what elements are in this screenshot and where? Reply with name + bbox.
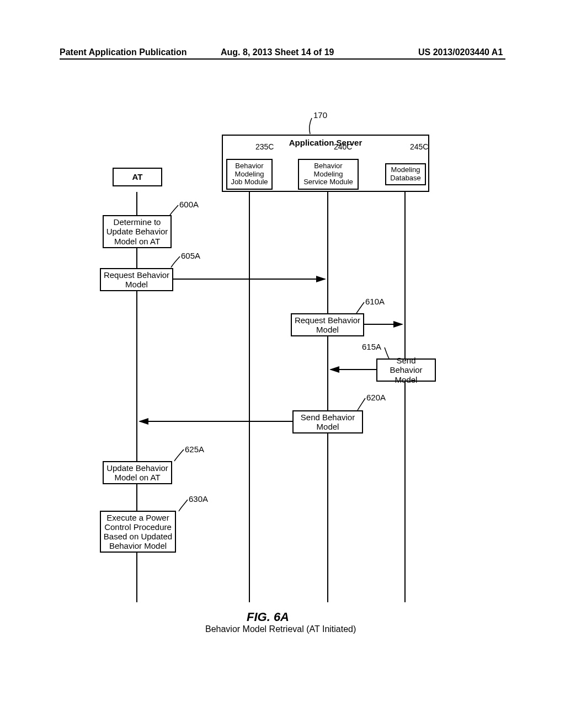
at-box: AT — [113, 168, 162, 186]
service-module-l2: Modeling — [314, 170, 343, 179]
header-rule — [60, 58, 505, 60]
database-l2: Database — [390, 174, 421, 183]
step-620a-l1: Send Behavior — [301, 413, 355, 422]
ref-630a: 630A — [189, 494, 208, 504]
page: Patent Application Publication Aug. 8, 2… — [0, 0, 565, 728]
step-600a-l1: Determine to — [114, 217, 161, 227]
step-605a-box: Request Behavior Model — [100, 268, 173, 291]
database-l1: Modeling — [391, 166, 420, 174]
ref-610a: 610A — [365, 297, 385, 306]
step-610a-box: Request Behavior Model — [291, 313, 364, 336]
step-605a-l2: Model — [125, 280, 148, 289]
ref-605a: 605A — [181, 251, 200, 260]
service-module-l1: Behavior — [314, 162, 342, 170]
ref-235c: 235C — [255, 142, 274, 151]
ref-240c: 240C — [334, 142, 352, 151]
step-625a-box: Update Behavior Model on AT — [103, 461, 172, 484]
ref-625a: 625A — [185, 445, 204, 454]
header-center: Aug. 8, 2013 Sheet 14 of 19 — [221, 47, 334, 57]
step-615a-box: Send Behavior Model — [376, 358, 436, 382]
step-630a-l2: Control Procedure — [104, 522, 172, 532]
header-right: US 2013/0203440 A1 — [418, 47, 503, 57]
step-610a-l1: Request Behavior — [295, 315, 360, 325]
step-625a-l2: Model on AT — [114, 473, 160, 482]
step-615a-l2: Model — [395, 375, 418, 384]
job-module-box: Behavior Modeling Job Module — [226, 159, 273, 190]
ref-245c: 245C — [410, 142, 428, 151]
step-630a-l3: Based on Updated — [104, 532, 172, 541]
step-610a-l2: Model — [316, 325, 339, 334]
job-module-l2: Modeling — [235, 170, 264, 179]
step-630a-l1: Execute a Power — [106, 513, 169, 522]
figure-caption: Behavior Model Retrieval (AT Initiated) — [205, 624, 356, 634]
ref-170: 170 — [313, 110, 327, 120]
step-605a-l1: Request Behavior — [104, 270, 169, 280]
step-600a-box: Determine to Update Behavior Model on AT — [103, 215, 172, 248]
service-module-box: Behavior Modeling Service Module — [298, 159, 359, 190]
figure-number: FIG. 6A — [247, 610, 289, 624]
step-625a-l1: Update Behavior — [106, 463, 168, 473]
step-620a-box: Send Behavior Model — [292, 410, 363, 433]
header-left: Patent Application Publication — [60, 47, 187, 57]
ref-615a: 615A — [362, 342, 381, 351]
job-module-l3: Job Module — [231, 178, 268, 186]
service-module-l3: Service Module — [303, 178, 353, 186]
step-600a-l2: Update Behavior — [106, 227, 168, 236]
step-615a-l1: Send Behavior — [380, 356, 433, 375]
job-module-l1: Behavior — [235, 162, 263, 170]
ref-600a: 600A — [179, 200, 199, 209]
step-600a-l3: Model on AT — [114, 237, 160, 246]
step-630a-l4: Behavior Model — [109, 541, 167, 550]
ref-620a: 620A — [366, 393, 386, 402]
step-620a-l2: Model — [317, 422, 339, 431]
database-box: Modeling Database — [385, 163, 426, 185]
step-630a-box: Execute a Power Control Procedure Based … — [100, 511, 176, 553]
at-label: AT — [132, 172, 143, 181]
